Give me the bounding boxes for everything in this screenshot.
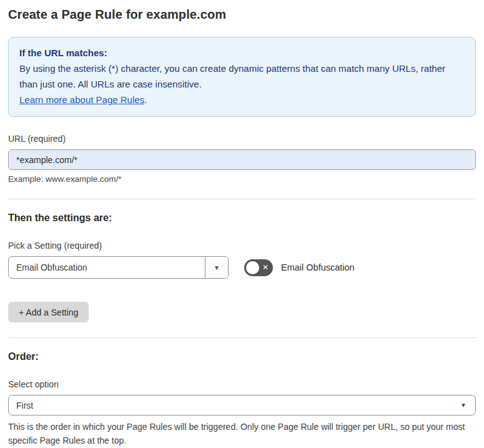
toggle-label: Email Obfuscation — [281, 262, 355, 272]
setting-select[interactable]: Email Obfuscation ▼ — [8, 256, 229, 279]
order-select[interactable]: First ▼ — [8, 395, 476, 416]
info-box-link-line: Learn more about Page Rules. — [19, 92, 465, 107]
learn-more-link[interactable]: Learn more about Page Rules — [19, 94, 144, 105]
url-input[interactable] — [8, 149, 476, 170]
add-setting-button[interactable]: + Add a Setting — [8, 302, 89, 322]
setting-row: Email Obfuscation ▼ ✕ Email Obfuscation — [8, 256, 476, 279]
chevron-down-icon: ▼ — [214, 264, 220, 271]
setting-select-arrow-button[interactable]: ▼ — [205, 257, 228, 278]
settings-heading: Then the settings are: — [8, 212, 476, 224]
order-heading: Order: — [8, 351, 476, 362]
create-page-rule-form: Create a Page Rule for example.com If th… — [0, 0, 484, 448]
email-obfuscation-toggle-group: ✕ Email Obfuscation — [244, 259, 355, 276]
divider — [8, 337, 476, 338]
order-select-label: Select option — [8, 379, 476, 389]
order-helper-text: This is the order in which your Page Rul… — [8, 420, 476, 447]
setting-select-value: Email Obfuscation — [9, 257, 205, 278]
email-obfuscation-toggle[interactable]: ✕ — [244, 259, 273, 276]
toggle-knob — [246, 261, 259, 274]
page-title: Create a Page Rule for example.com — [8, 7, 476, 22]
pick-setting-label: Pick a Setting (required) — [8, 241, 476, 251]
toggle-off-x-icon: ✕ — [262, 264, 269, 271]
chevron-down-icon: ▼ — [460, 402, 467, 409]
order-select-value: First — [16, 401, 33, 411]
divider — [8, 199, 476, 199]
info-box-body: By using the asterisk (*) character, you… — [19, 61, 465, 92]
url-match-info-box: If the URL matches: By using the asteris… — [8, 37, 476, 117]
url-example-helper: Example: www.example.com/* — [8, 174, 476, 184]
link-period: . — [144, 94, 147, 105]
url-field-label: URL (required) — [8, 134, 476, 144]
info-box-heading: If the URL matches: — [19, 45, 465, 61]
